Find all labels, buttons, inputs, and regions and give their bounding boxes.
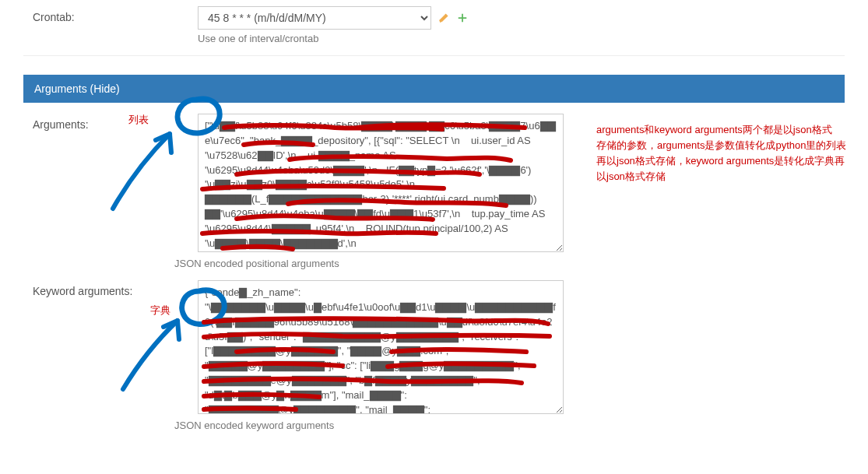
crontab-label: Crontab: <box>23 6 198 23</box>
arguments-textarea[interactable] <box>198 114 564 252</box>
arguments-row: Arguments: JSON encoded positional argum… <box>23 103 845 269</box>
crontab-row: Crontab: 45 8 * * * (m/h/d/dM/MY) Use on… <box>23 0 845 44</box>
divider <box>23 55 845 56</box>
kwargs-label: Keyword arguments: <box>23 280 198 297</box>
crontab-help: Use one of interval/crontab <box>198 33 579 44</box>
crontab-select[interactable]: 45 8 * * * (m/h/d/dM/MY) <box>198 6 431 30</box>
arguments-label: Arguments: <box>23 114 198 131</box>
arguments-section-header[interactable]: Arguments (Hide) <box>23 75 845 103</box>
plus-icon[interactable] <box>456 12 469 24</box>
arguments-help: JSON encoded positional arguments <box>174 258 579 269</box>
kwargs-row: Keyword arguments: JSON encoded keyword … <box>23 269 845 431</box>
kwargs-help: JSON encoded keyword arguments <box>174 420 579 431</box>
kwargs-textarea[interactable] <box>198 280 564 414</box>
pencil-icon[interactable] <box>438 12 450 24</box>
